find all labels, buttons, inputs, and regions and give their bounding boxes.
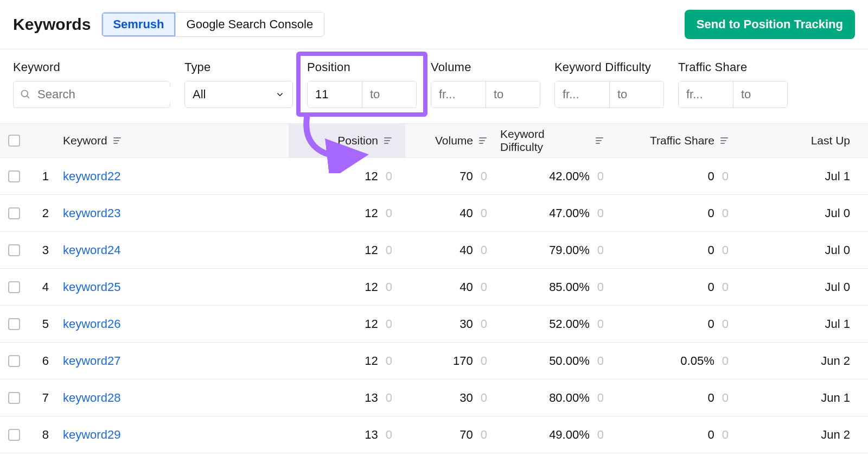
header-position-label: Position bbox=[337, 134, 378, 147]
traffic-value: 0 bbox=[708, 391, 714, 405]
header-lu-label: Last Up bbox=[811, 134, 850, 147]
row-checkbox[interactable] bbox=[8, 170, 20, 182]
updated-value: Jul 1 bbox=[825, 317, 850, 331]
position-value: 12 bbox=[365, 317, 378, 331]
row-position-cell: 120 bbox=[289, 280, 405, 294]
row-position-cell: 120 bbox=[289, 169, 405, 184]
row-checkbox[interactable] bbox=[8, 429, 20, 441]
keyword-search-input[interactable] bbox=[36, 87, 188, 102]
header-traffic-share[interactable]: Traffic Share bbox=[617, 134, 742, 147]
keyword-link[interactable]: keyword26 bbox=[63, 317, 120, 331]
row-keyword-cell: keyword24 bbox=[55, 243, 289, 257]
kd-delta: 0 bbox=[597, 206, 604, 220]
updated-value: Jul 0 bbox=[825, 243, 850, 257]
row-kd-cell: 47.00%0 bbox=[500, 206, 617, 220]
keyword-link[interactable]: keyword23 bbox=[63, 206, 120, 220]
svg-line-1 bbox=[27, 96, 29, 98]
row-updated-cell: Jul 0 bbox=[742, 206, 850, 220]
updated-value: Jun 1 bbox=[821, 391, 850, 405]
header-position[interactable]: Position bbox=[289, 134, 405, 147]
keyword-link[interactable]: keyword28 bbox=[63, 391, 120, 405]
row-volume-cell: 700 bbox=[405, 428, 500, 442]
keyword-link[interactable]: keyword27 bbox=[63, 354, 120, 368]
row-index: 5 bbox=[28, 317, 55, 331]
keyword-link[interactable]: keyword29 bbox=[63, 428, 120, 442]
header-ts-label: Traffic Share bbox=[650, 134, 714, 147]
row-traffic-cell: 00 bbox=[617, 206, 742, 220]
header-volume-label: Volume bbox=[435, 134, 473, 147]
row-volume-cell: 400 bbox=[405, 206, 500, 220]
filter-keyword: Keyword bbox=[13, 60, 170, 108]
filter-bar: Keyword Type All Position Volume Keyword… bbox=[0, 49, 868, 123]
sort-icon bbox=[720, 136, 729, 145]
row-index: 7 bbox=[28, 391, 55, 405]
row-kd-cell: 80.00%0 bbox=[500, 391, 617, 405]
position-from-input[interactable] bbox=[308, 81, 362, 107]
header-keyword-difficulty[interactable]: Keyword Difficulty bbox=[500, 128, 617, 154]
ts-to-input[interactable] bbox=[733, 81, 787, 107]
keyword-link[interactable]: keyword25 bbox=[63, 280, 120, 294]
volume-delta: 0 bbox=[481, 317, 487, 331]
row-checkbox[interactable] bbox=[8, 355, 20, 367]
volume-delta: 0 bbox=[481, 243, 487, 257]
header-keyword[interactable]: Keyword bbox=[55, 134, 289, 147]
volume-delta: 0 bbox=[481, 354, 487, 368]
sort-icon bbox=[478, 136, 487, 145]
send-to-position-tracking-button[interactable]: Send to Position Tracking bbox=[685, 10, 855, 39]
kd-from-input[interactable] bbox=[555, 81, 609, 107]
row-updated-cell: Jun 2 bbox=[742, 428, 850, 442]
kd-delta: 0 bbox=[597, 317, 604, 331]
kd-value: 52.00% bbox=[549, 317, 590, 331]
updated-value: Jun 2 bbox=[821, 428, 850, 442]
tab-semrush[interactable]: Semrush bbox=[102, 12, 175, 36]
table-row: 5keyword2612030052.00%000Jul 1 bbox=[0, 306, 868, 343]
row-checkbox[interactable] bbox=[8, 318, 20, 330]
volume-delta: 0 bbox=[481, 391, 487, 405]
volume-to-input[interactable] bbox=[486, 81, 540, 107]
volume-value: 70 bbox=[459, 428, 473, 442]
position-delta: 0 bbox=[386, 391, 392, 405]
select-all-checkbox[interactable] bbox=[8, 135, 20, 147]
position-value: 12 bbox=[365, 280, 378, 294]
row-checkbox[interactable] bbox=[8, 281, 20, 293]
volume-delta: 0 bbox=[481, 169, 487, 184]
row-checkbox[interactable] bbox=[8, 244, 20, 256]
keyword-link[interactable]: keyword24 bbox=[63, 243, 120, 257]
row-kd-cell: 79.00%0 bbox=[500, 243, 617, 257]
volume-from-input[interactable] bbox=[431, 81, 486, 107]
kd-value: 80.00% bbox=[549, 391, 590, 405]
header-last-updated[interactable]: Last Up bbox=[742, 134, 850, 147]
volume-range bbox=[431, 81, 540, 108]
position-delta: 0 bbox=[386, 280, 392, 294]
ts-from-input[interactable] bbox=[679, 81, 733, 107]
row-keyword-cell: keyword25 bbox=[55, 280, 289, 294]
position-to-input[interactable] bbox=[362, 81, 416, 107]
filter-type-label: Type bbox=[184, 60, 293, 74]
kd-delta: 0 bbox=[597, 391, 604, 405]
traffic-value: 0 bbox=[708, 280, 714, 294]
keyword-link[interactable]: keyword22 bbox=[63, 169, 120, 184]
position-delta: 0 bbox=[386, 317, 392, 331]
row-keyword-cell: keyword29 bbox=[55, 428, 289, 442]
keyword-search-wrap[interactable] bbox=[13, 81, 170, 108]
volume-value: 40 bbox=[459, 243, 473, 257]
kd-delta: 0 bbox=[597, 169, 604, 184]
header-volume[interactable]: Volume bbox=[405, 134, 500, 147]
row-checkbox[interactable] bbox=[8, 207, 20, 219]
row-volume-cell: 400 bbox=[405, 243, 500, 257]
row-kd-cell: 52.00%0 bbox=[500, 317, 617, 331]
tab-google-search-console[interactable]: Google Search Console bbox=[175, 12, 324, 36]
type-select[interactable]: All bbox=[184, 81, 293, 108]
table-body: 1keyword2212070042.00%000Jul 12keyword23… bbox=[0, 158, 868, 453]
volume-delta: 0 bbox=[481, 206, 487, 220]
row-checkbox[interactable] bbox=[8, 392, 20, 404]
kd-delta: 0 bbox=[597, 280, 604, 294]
row-position-cell: 120 bbox=[289, 354, 405, 368]
volume-delta: 0 bbox=[481, 280, 487, 294]
kd-to-input[interactable] bbox=[609, 81, 663, 107]
filter-keyword-label: Keyword bbox=[13, 60, 170, 74]
volume-value: 30 bbox=[459, 391, 473, 405]
position-range bbox=[307, 81, 417, 108]
traffic-value: 0 bbox=[708, 243, 714, 257]
row-checkbox-cell bbox=[0, 281, 28, 293]
